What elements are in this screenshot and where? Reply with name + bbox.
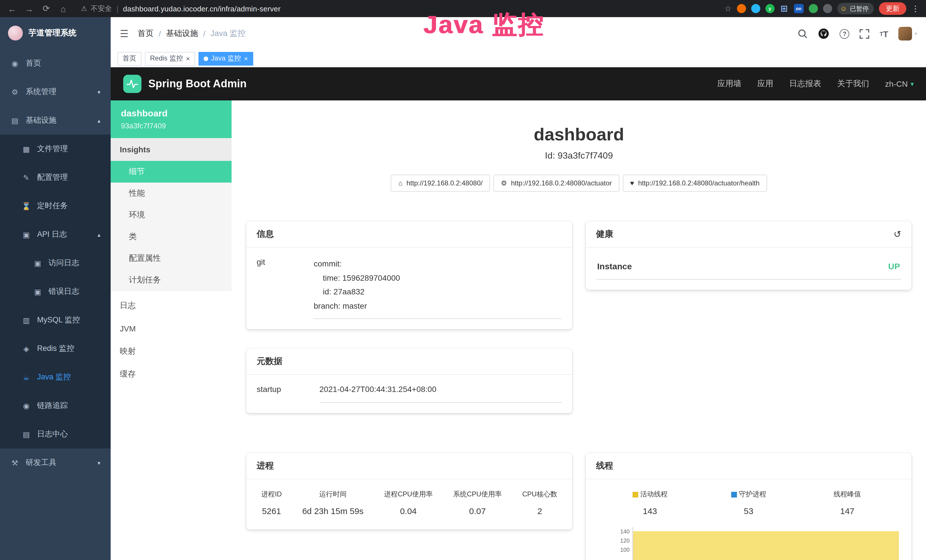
user-avatar[interactable]: ▾	[899, 27, 917, 41]
font-size-icon[interactable]: TT	[879, 29, 888, 38]
address-url[interactable]: dashboard.yudao.iocoder.cn/infra/admin-s…	[123, 4, 280, 13]
instance-subtitle: Id: 93a3fc7f7409	[247, 151, 911, 161]
security-chip[interactable]: ⚠ 不安全 | dashboard.yudao.iocoder.cn/infra…	[81, 4, 281, 14]
threads-card-title: 线程	[586, 453, 911, 479]
extension-fox-icon[interactable]	[737, 4, 746, 13]
extension-puzzle-icon[interactable]	[823, 4, 832, 13]
sba-item-logs[interactable]: 日志	[110, 294, 232, 317]
sidebar-item-access-log[interactable]: ▣ 访问日志	[0, 249, 110, 277]
monitor-icon: ▤	[10, 116, 20, 125]
log-icon: ▣	[22, 230, 31, 239]
sba-nav-applications[interactable]: 应用	[758, 79, 773, 89]
extension-drop-icon[interactable]	[751, 4, 760, 13]
sidebar-item-redis-monitor[interactable]: ◈ Redis 监控	[0, 334, 110, 363]
sidebar-item-dev-tools[interactable]: ⚒ 研发工具 ▾	[0, 448, 110, 477]
chevron-down-icon: ▾	[911, 80, 914, 88]
sidebar-item-config-manage[interactable]: ✎ 配置管理	[0, 163, 110, 192]
process-col-pid: 进程ID 5261	[261, 490, 282, 516]
sba-item-classes[interactable]: 类	[110, 226, 232, 248]
sba-item-metrics[interactable]: 性能	[110, 183, 232, 204]
sidebar-item-file-manage[interactable]: ▦ 文件管理	[0, 135, 110, 163]
col-header: 运行时间	[302, 490, 364, 499]
sba-section-insights[interactable]: Insights	[110, 138, 232, 161]
chart-plot-area	[632, 527, 899, 560]
actuator-url-button[interactable]: ⚙ http://192.168.0.2:48080/actuator	[493, 175, 619, 192]
sidebar-item-log-center[interactable]: ▤ 日志中心	[0, 420, 110, 448]
spring-boot-admin: Spring Boot Admin 应用墙 应用 日志报表 关于我们 zh-CN…	[110, 67, 926, 560]
col-header: 进程CPU使用率	[384, 490, 433, 499]
sba-item-jvm[interactable]: JVM	[110, 317, 232, 340]
sba-item-environment[interactable]: 环境	[110, 204, 232, 226]
service-url-button[interactable]: ⌂ http://192.168.0.2:48080/	[391, 175, 490, 192]
legend-value: 143	[601, 506, 699, 516]
menu-label: 研发工具	[26, 458, 56, 468]
github-icon[interactable]	[818, 28, 829, 39]
screen: Java 监控 ← → ⟳ ⌂ ⚠ 不安全 | dashboard.yudao.…	[0, 0, 926, 560]
close-icon[interactable]: ×	[244, 55, 248, 62]
metadata-key: startup	[257, 384, 319, 403]
sidebar-item-tracing[interactable]: ◉ 链路追踪	[0, 391, 110, 420]
col-value: 0.07	[453, 506, 502, 516]
extension-grid-icon[interactable]: ⊞	[779, 4, 788, 13]
tab-label: 首页	[123, 54, 136, 64]
app-logo-row[interactable]: 芋道管理系统	[0, 17, 110, 49]
sidebar-item-system[interactable]: ⚙ 系统管理 ▾	[0, 77, 110, 106]
extension-leaf-icon[interactable]	[808, 4, 818, 13]
sidebar-item-error-log[interactable]: ▣ 错误日志	[0, 277, 110, 306]
chrome-update-button[interactable]: 更新	[879, 2, 906, 15]
sba-item-details[interactable]: 细节	[110, 161, 232, 183]
health-url-button[interactable]: ♥ http://192.168.0.2:48080/actuator/heal…	[623, 175, 767, 192]
breadcrumb-item[interactable]: 首页	[138, 29, 154, 39]
metadata-value: 2021-04-27T00:44:31.254+08:00	[319, 384, 562, 403]
chevron-down-icon: ▾	[98, 89, 100, 95]
menu-label: MySQL 监控	[37, 315, 80, 325]
extension-on-icon[interactable]: on	[794, 4, 803, 13]
fullscreen-icon[interactable]	[859, 29, 869, 38]
git-commit-line: commit:	[314, 257, 562, 271]
tab-redis-monitor[interactable]: Redis 监控 ×	[145, 51, 195, 65]
sba-nav-wallboard[interactable]: 应用墙	[717, 79, 741, 89]
home-icon: ⌂	[398, 179, 403, 187]
breadcrumb-item[interactable]: 基础设施	[166, 29, 198, 39]
sba-nav-about[interactable]: 关于我们	[837, 79, 869, 89]
tab-java-monitor[interactable]: Java 监控 ×	[198, 51, 253, 65]
forward-icon[interactable]: →	[24, 4, 34, 14]
instance-header[interactable]: dashboard 93a3fc7f7409	[110, 100, 232, 138]
sba-item-scheduled-tasks[interactable]: 计划任务	[110, 269, 232, 291]
tab-home[interactable]: 首页	[118, 51, 141, 65]
close-icon[interactable]: ×	[186, 55, 190, 62]
paused-badge[interactable]: ☺ 已暂停	[837, 3, 874, 14]
history-icon[interactable]: ↺	[893, 229, 901, 240]
sidebar-item-scheduled-jobs[interactable]: ⌛ 定时任务	[0, 192, 110, 220]
sba-item-config-props[interactable]: 配置属性	[110, 248, 232, 269]
menu-label: 配置管理	[37, 172, 68, 183]
extension-y-icon[interactable]: y	[765, 4, 774, 13]
sidebar-item-mysql-monitor[interactable]: ▥ MySQL 监控	[0, 306, 110, 334]
search-icon[interactable]	[797, 29, 808, 39]
sidebar-item-home[interactable]: ◉ 首页	[0, 49, 110, 77]
reload-icon[interactable]: ⟳	[41, 3, 51, 14]
browser-menu-icon[interactable]: ⋮	[911, 4, 920, 13]
hamburger-icon[interactable]: ☰	[120, 28, 129, 40]
sidebar-item-infra[interactable]: ▤ 基础设施 ▴	[0, 106, 110, 135]
sba-item-mappings[interactable]: 映射	[110, 340, 232, 363]
git-time-line: time: 1596289704000	[314, 271, 562, 285]
help-icon[interactable]: ?	[840, 29, 849, 38]
browser-home-icon[interactable]: ⌂	[58, 4, 68, 14]
health-row[interactable]: Instance UP	[596, 257, 901, 280]
app-logo	[8, 26, 23, 41]
sba-brand[interactable]: Spring Boot Admin	[148, 77, 247, 90]
col-header: CPU核心数	[522, 490, 557, 499]
sidebar-item-java-monitor[interactable]: ☕ Java 监控	[0, 363, 110, 391]
link-label: http://192.168.0.2:48080/	[406, 179, 483, 187]
back-icon[interactable]: ←	[7, 4, 17, 14]
col-value: 6d 23h 15m 59s	[302, 506, 364, 516]
bookmark-star-icon[interactable]: ☆	[724, 4, 731, 13]
browser-actions: ☆ y ⊞ on ☺ 已暂停 更新 ⋮	[724, 2, 920, 15]
sba-item-caches[interactable]: 缓存	[110, 363, 232, 386]
sba-nav-journal[interactable]: 日志报表	[790, 79, 822, 89]
sidebar-item-api-log[interactable]: ▣ API 日志 ▴	[0, 220, 110, 249]
legend-daemon-threads: 守护进程 53	[699, 490, 798, 516]
app-title: 芋道管理系统	[29, 28, 76, 38]
sba-locale-select[interactable]: zh-CN ▾	[885, 79, 914, 88]
